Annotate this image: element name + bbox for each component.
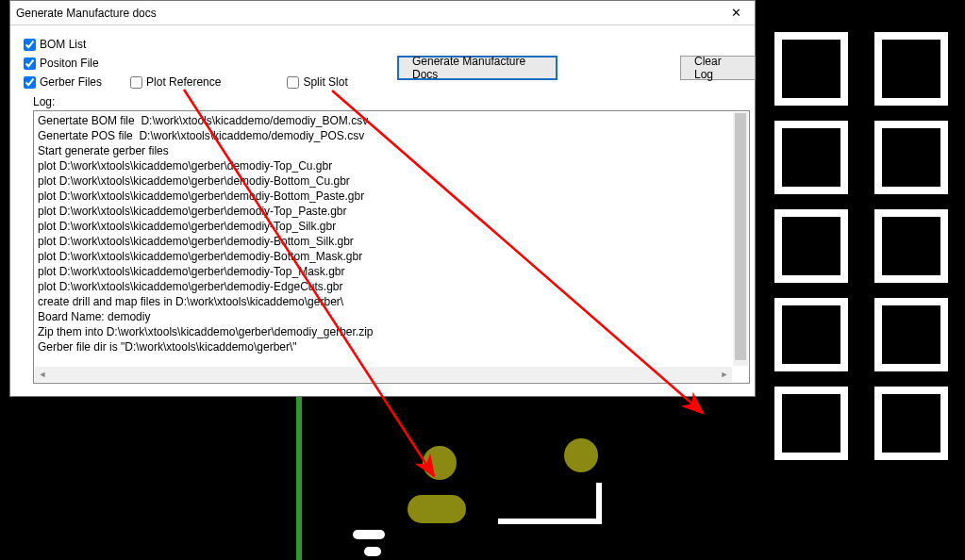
scroll-left-icon[interactable]: ◄ xyxy=(35,367,50,382)
pcb-pad xyxy=(564,438,598,472)
checkbox-bom-list[interactable]: BOM List xyxy=(24,38,86,51)
pcb-silk xyxy=(596,483,602,524)
generate-button[interactable]: Generate Manufacture Docs xyxy=(397,56,557,80)
scrollbar-thumb[interactable] xyxy=(735,113,746,360)
pcb-pad xyxy=(408,495,466,523)
pcb-connector xyxy=(774,32,948,475)
checkbox-plot-reference[interactable]: Plot Reference xyxy=(130,75,221,89)
log-label: Log: xyxy=(33,95,55,108)
close-button[interactable]: ✕ xyxy=(717,1,755,25)
clear-log-button[interactable]: Clear Log xyxy=(680,56,756,80)
checkbox-input[interactable] xyxy=(287,76,299,89)
options-panel: BOM List Positon File Gerber Files Plot … xyxy=(10,25,755,95)
checkbox-gerber-files[interactable]: Gerber Files xyxy=(24,75,102,89)
pcb-silk xyxy=(364,547,381,556)
checkbox-label: Plot Reference xyxy=(146,75,221,89)
log-textarea[interactable]: Genertate BOM file D:\work\xtools\kicadd… xyxy=(33,110,750,384)
checkbox-split-slot[interactable]: Split Slot xyxy=(287,75,347,89)
pcb-silk xyxy=(498,519,602,524)
pcb-trace xyxy=(296,396,302,560)
checkbox-label: Gerber Files xyxy=(40,75,102,89)
log-content: Genertate BOM file D:\work\xtools\kicadd… xyxy=(38,113,732,366)
generate-manufacture-dialog: Generate Manufacture docs ✕ BOM List Pos… xyxy=(9,0,756,397)
titlebar[interactable]: Generate Manufacture docs ✕ xyxy=(10,1,755,25)
checkbox-input[interactable] xyxy=(24,58,36,70)
checkbox-label: Split Slot xyxy=(303,75,347,89)
scroll-right-icon[interactable]: ► xyxy=(717,367,732,382)
button-label: Generate Manufacture Docs xyxy=(412,55,542,81)
pcb-silk xyxy=(353,530,385,539)
vertical-scrollbar[interactable] xyxy=(733,112,748,366)
close-icon: ✕ xyxy=(731,6,741,20)
checkbox-label: BOM List xyxy=(40,38,86,51)
pcb-pad xyxy=(423,446,457,480)
checkbox-label: Positon File xyxy=(40,57,99,70)
checkbox-input[interactable] xyxy=(130,76,142,89)
checkbox-input[interactable] xyxy=(24,39,36,51)
horizontal-scrollbar[interactable]: ◄ ► xyxy=(35,367,732,382)
window-title: Generate Manufacture docs xyxy=(16,7,157,20)
checkbox-input[interactable] xyxy=(24,76,36,89)
button-label: Clear Log xyxy=(694,55,741,81)
checkbox-position-file[interactable]: Positon File xyxy=(24,57,99,70)
